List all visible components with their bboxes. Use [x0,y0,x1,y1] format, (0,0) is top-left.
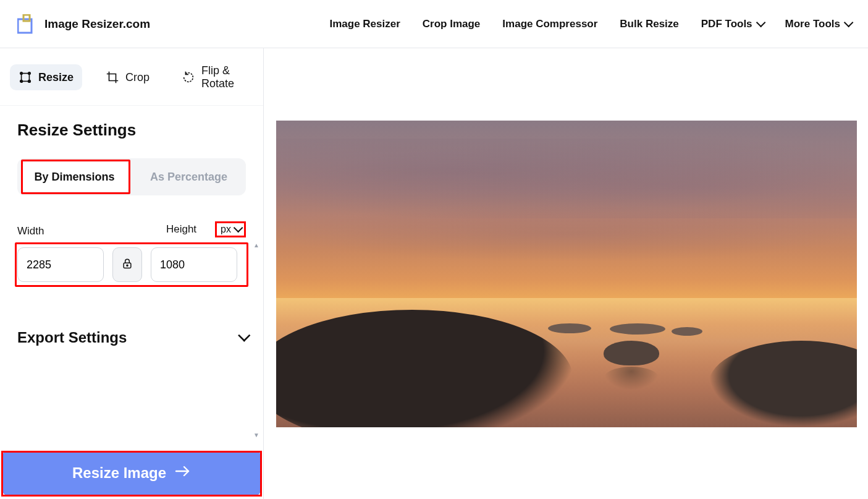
resize-button-wrap: Resize Image [0,451,263,499]
nav-label: Crop Image [423,18,481,30]
tab-resize[interactable]: Resize [10,64,82,90]
main: Resize Crop Flip & Rotate [0,48,868,499]
chevron-down-icon [844,18,851,30]
nav-image-compressor[interactable]: Image Compressor [502,18,597,30]
mode-label: By Dimensions [34,171,114,184]
nav-image-resizer[interactable]: Image Resizer [329,18,400,30]
chevron-down-icon [234,224,240,235]
scroll-up-indicator: ▲ [252,242,261,249]
tab-flip-rotate[interactable]: Flip & Rotate [173,58,253,96]
preview-image [276,121,857,427]
resize-icon [19,70,32,84]
svg-point-8 [127,265,128,266]
width-label: Width [17,225,44,237]
height-label: Height [166,223,196,236]
dimension-labels: Width Height px [17,221,246,237]
width-input[interactable] [17,247,104,282]
mode-as-percentage[interactable]: As Percentage [132,158,246,195]
tool-tabs: Resize Crop Flip & Rotate [0,48,263,106]
nav-label: More Tools [785,18,840,30]
mode-by-dimensions[interactable]: By Dimensions [17,158,132,195]
lock-icon [121,257,133,273]
svg-point-6 [28,80,31,83]
tool-label: Flip & Rotate [201,64,245,90]
dimension-row [17,244,246,286]
chevron-down-icon [238,330,246,344]
svg-point-3 [20,72,23,75]
unit-select[interactable]: px [215,221,246,237]
svg-point-4 [28,72,31,75]
tool-label: Crop [125,71,150,84]
svg-point-5 [20,80,23,83]
nav-pdf-tools[interactable]: PDF Tools [701,18,763,30]
header: Image Resizer.com Image Resizer Crop Ima… [0,0,868,48]
mode-tabs: By Dimensions As Percentage [17,158,246,195]
logo[interactable]: Image Resizer.com [17,14,150,34]
sidebar: Resize Crop Flip & Rotate [0,48,264,499]
nav-bulk-resize[interactable]: Bulk Resize [620,18,678,30]
export-settings-toggle[interactable]: Export Settings [17,329,246,346]
lock-aspect-button[interactable] [112,247,142,282]
top-nav: Image Resizer Crop Image Image Compresso… [329,18,851,30]
nav-label: Bulk Resize [620,18,678,30]
mode-label: As Percentage [150,171,227,184]
nav-label: PDF Tools [701,18,752,30]
resize-image-button[interactable]: Resize Image [2,451,261,495]
arrow-right-icon [175,464,191,482]
tool-label: Resize [38,71,74,84]
resize-settings: Resize Settings By Dimensions As Percent… [0,106,263,451]
brand-name: Image Resizer.com [44,17,150,31]
chevron-down-icon [756,18,763,30]
nav-more-tools[interactable]: More Tools [785,18,851,30]
settings-heading: Resize Settings [17,121,246,140]
nav-crop-image[interactable]: Crop Image [423,18,481,30]
rotate-icon [182,70,195,84]
scroll-down-indicator: ▼ [252,432,261,438]
preview-pane [264,48,868,499]
svg-rect-2 [22,74,30,82]
height-input[interactable] [151,247,237,282]
cta-label: Resize Image [72,464,166,482]
logo-icon [17,14,37,34]
crop-icon [106,70,119,84]
tab-crop[interactable]: Crop [97,64,158,90]
svg-rect-1 [23,15,30,21]
nav-label: Image Resizer [329,18,400,30]
export-title: Export Settings [17,329,127,346]
nav-label: Image Compressor [502,18,597,30]
unit-value: px [221,224,231,235]
